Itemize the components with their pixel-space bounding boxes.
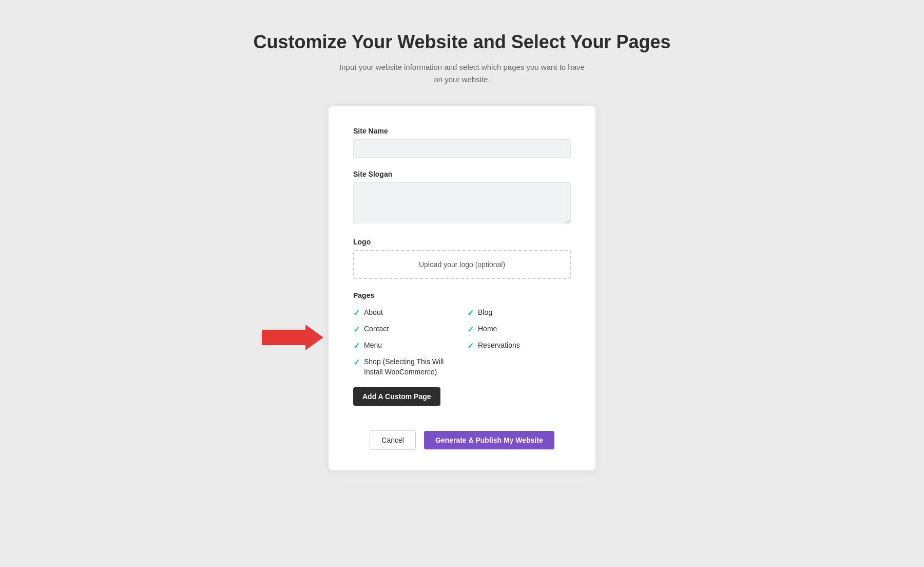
logo-label: Logo <box>353 238 571 246</box>
pages-field: Pages ✓ About ✓ Blog ✓ Contact <box>353 291 571 418</box>
check-icon-home: ✓ <box>467 325 474 334</box>
add-custom-page-button[interactable]: Add A Custom Page <box>353 387 440 406</box>
site-name-input[interactable] <box>353 139 571 158</box>
page-item-shop[interactable]: ✓ Shop (Selecting This Will Install WooC… <box>353 357 457 377</box>
page-item-label-blog: Blog <box>478 308 492 318</box>
pages-grid-spacer <box>467 357 571 377</box>
page-title: Customize Your Website and Select Your P… <box>254 31 671 53</box>
page-item-label-about: About <box>364 308 383 318</box>
site-slogan-label: Site Slogan <box>353 170 571 178</box>
page-subtitle: Input your website information and selec… <box>339 61 585 86</box>
page-item-blog[interactable]: ✓ Blog <box>467 308 571 318</box>
page-item-label-menu: Menu <box>364 341 382 351</box>
page-item-about[interactable]: ✓ About <box>353 308 457 318</box>
logo-field: Logo Upload your logo (optional) <box>353 238 571 279</box>
form-card: Site Name Site Slogan Logo Upload your l… <box>329 106 595 470</box>
arrow-icon <box>262 325 323 350</box>
site-slogan-field: Site Slogan <box>353 170 571 225</box>
svg-marker-0 <box>262 325 323 350</box>
check-icon-menu: ✓ <box>353 341 360 351</box>
generate-button[interactable]: Generate & Publish My Website <box>424 431 554 449</box>
logo-upload-area[interactable]: Upload your logo (optional) <box>353 250 571 279</box>
page-item-menu[interactable]: ✓ Menu <box>353 341 457 351</box>
check-icon-about: ✓ <box>353 308 360 318</box>
pages-label: Pages <box>353 291 571 299</box>
cancel-button[interactable]: Cancel <box>370 430 416 450</box>
pages-grid: ✓ About ✓ Blog ✓ Contact ✓ Home <box>353 308 571 377</box>
page-item-home[interactable]: ✓ Home <box>467 324 571 334</box>
page-item-label-shop: Shop (Selecting This Will Install WooCom… <box>364 357 457 377</box>
page-item-label-home: Home <box>478 324 497 334</box>
page-item-contact[interactable]: ✓ Contact <box>353 324 457 334</box>
page-header: Customize Your Website and Select Your P… <box>254 31 671 86</box>
arrow-indicator <box>262 325 323 352</box>
site-name-field: Site Name <box>353 127 571 158</box>
site-slogan-input[interactable] <box>353 182 571 223</box>
page-item-label-reservations: Reservations <box>478 341 520 351</box>
page-item-label-contact: Contact <box>364 324 389 334</box>
page-item-reservations[interactable]: ✓ Reservations <box>467 341 571 351</box>
logo-upload-text: Upload your logo (optional) <box>419 260 505 269</box>
check-icon-shop: ✓ <box>353 357 360 367</box>
check-icon-contact: ✓ <box>353 325 360 334</box>
check-icon-blog: ✓ <box>467 308 474 318</box>
check-icon-reservations: ✓ <box>467 341 474 351</box>
site-name-label: Site Name <box>353 127 571 135</box>
footer-actions: Cancel Generate & Publish My Website <box>353 430 571 450</box>
